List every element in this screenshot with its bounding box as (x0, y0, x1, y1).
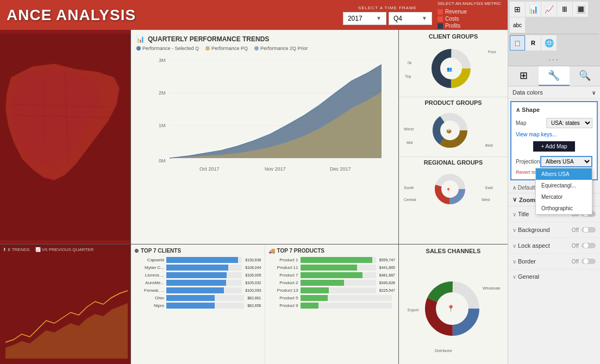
sales-channels-svg: Export Wholesale Distributor 📍 (402, 257, 503, 355)
panel-toolbar: ⊞ 📊 📈 Ⅲ 🔳 abc 📋 R 🌐 ... (508, 0, 600, 66)
client-bar-row: Mylan C... $108,044 (134, 265, 261, 271)
toolbar-btn-5[interactable]: 🔳 (573, 2, 588, 17)
client-bar-row: Llorens ... $106,005 (134, 272, 261, 278)
clients-bars: Capweld $130,636 Mylan C... $108,044 Llo… (134, 257, 261, 309)
legend-dot-2 (205, 46, 210, 51)
background-toggle-row: ∨ Background Off (508, 222, 600, 238)
map-svg (0, 30, 130, 244)
background-toggle-icon[interactable] (582, 226, 596, 234)
svg-text:Dec 2017: Dec 2017 (330, 166, 351, 172)
svg-text:Wholesale: Wholesale (483, 286, 501, 290)
header-bar: ANCE ANALYSIS SELECT A TIME FRAME 2017 ▼… (0, 0, 508, 30)
toggle-rows: ∨ Title Off ∨ Background O (508, 206, 600, 284)
trends-label: ⬆ E TRENDS (3, 247, 30, 252)
revenue-checkbox[interactable] (438, 9, 443, 15)
svg-text:0k: 0k (408, 61, 412, 65)
products-bars: Product 1 $559,747 Product 11 $441,865 P… (268, 257, 396, 309)
svg-point-53 (583, 227, 589, 233)
product-bar-row: Product 13 $225,547 (268, 287, 396, 293)
view-map-keys-link[interactable]: View map keys... (516, 131, 592, 137)
map-row: Map USA: states (516, 118, 592, 128)
vs-quarter-label: 📈 VS PREVIOUS QUARTER (35, 247, 94, 252)
more-dots: ... (510, 51, 598, 64)
border-expand-arrow: ∨ (512, 259, 516, 265)
product-groups-title: PRODUCT GROUPS (401, 99, 505, 106)
top-clients-title: ⊕ TOP 7 CLIENTS (134, 248, 261, 254)
toolbar-btn-globe[interactable]: 🌐 (541, 35, 557, 51)
svg-text:Best: Best (485, 143, 493, 147)
add-map-button[interactable]: + Add Map (533, 141, 574, 152)
metric-profits[interactable]: Profits (438, 23, 501, 29)
data-colors-header[interactable]: Data colors ∨ (512, 89, 596, 96)
legend-2q-prior: Performance 2Q Prior (254, 46, 308, 51)
dropdown-item-mercator[interactable]: Mercator (536, 191, 592, 203)
product-bar-row: Product 7 $481,887 (268, 272, 396, 278)
dropdown-item-albers[interactable]: Albers USA (536, 168, 592, 180)
products-icon: 🚚 (268, 248, 275, 254)
metric-costs[interactable]: Costs (438, 16, 501, 22)
year-dropdown[interactable]: 2017 ▼ (343, 12, 386, 25)
map-label: Map (516, 120, 526, 126)
lock-aspect-toggle-row: ∨ Lock aspect Off (508, 238, 600, 254)
product-bar-row: Product 1 $559,747 (268, 257, 396, 263)
svg-text:West: West (482, 198, 490, 202)
lock-aspect-toggle-left: ∨ Lock aspect (512, 242, 550, 249)
product-bar-row: Product 2 $340,828 (268, 280, 396, 286)
sparkline-svg (0, 244, 130, 364)
chart-legend: Performance - Selected Q Performance PQ … (136, 46, 393, 51)
legend-selected-q: Performance - Selected Q (136, 46, 199, 51)
svg-text:Central: Central (404, 198, 416, 202)
background-toggle-left: ∨ Background (512, 227, 550, 233)
toolbar-btn-r[interactable]: R (526, 35, 541, 51)
title-expand-arrow: ∨ (512, 211, 516, 217)
tab-format[interactable]: 🔧 (539, 66, 569, 86)
background-toggle-right: Off (572, 226, 596, 234)
projection-row: Projection Albers USA Equirectangl... Me… (516, 156, 592, 167)
bottom-labels: ⬆ E TRENDS 📈 VS PREVIOUS QUARTER (3, 247, 93, 252)
shape-header: ∧ Shape (516, 106, 592, 114)
legend-dot-1 (136, 46, 141, 51)
svg-text:Nov 2017: Nov 2017 (265, 166, 286, 172)
toolbar-btn-6[interactable]: abc (510, 17, 525, 33)
bottom-left-area: ⬆ E TRENDS 📈 VS PREVIOUS QUARTER (0, 244, 130, 364)
toolbar-btn-2[interactable]: 📊 (526, 2, 541, 17)
svg-text:Export: Export (408, 308, 418, 312)
border-toggle-left: ∨ Border (512, 258, 536, 265)
product-groups-svg: Worst Best Mid 📦 (401, 109, 499, 152)
zoom-label: Zoom (519, 197, 535, 203)
toolbar-btn-4[interactable]: Ⅲ (557, 2, 572, 17)
dropdown-item-orthographic[interactable]: Orthographic (536, 203, 592, 214)
metric-section: SELECT AN ANALYSIS METRIC Revenue Costs … (438, 1, 501, 29)
product-bar-row: Product 5 (268, 295, 396, 301)
client-bar-row: Fenwal, ... $100,093 (134, 287, 261, 293)
sales-channels-title: SALES CHANNELS (402, 248, 504, 254)
background-toggle-label: Background (518, 227, 550, 233)
svg-text:2M: 2M (159, 90, 166, 96)
chart-title: 📊 QUARTERLY PERFORMANCE TRENDS (136, 35, 393, 43)
toolbar-btn-visual[interactable]: 📋 (510, 35, 525, 51)
dropdown-item-equirect[interactable]: Equirectangl... (536, 180, 592, 191)
product-bar-row: Product 9 (268, 303, 396, 309)
svg-text:0M: 0M (159, 158, 166, 164)
metric-revenue[interactable]: Revenue (438, 9, 501, 15)
tab-analytics[interactable]: 🔍 (570, 66, 600, 86)
client-bar-row: AuroMe... $105,032 (134, 280, 261, 286)
regional-groups-svg: South East Central West 📍 (401, 168, 499, 209)
tab-visualizations[interactable]: ⊞ (508, 66, 539, 86)
toolbar-btn-3[interactable]: 📈 (541, 2, 557, 17)
profits-checkbox[interactable] (438, 23, 443, 29)
map-select[interactable]: USA: states (546, 118, 592, 128)
costs-checkbox[interactable] (438, 16, 443, 22)
border-toggle-icon[interactable] (582, 258, 596, 265)
border-toggle-value: Off (572, 259, 579, 265)
projection-select[interactable]: Albers USA Equirectangl... Mercator Orth… (540, 156, 592, 167)
regional-groups-title: REGIONAL GROUPS (401, 159, 505, 166)
border-toggle-row: ∨ Border Off (508, 254, 600, 269)
right-panel: ⊞ 📊 📈 Ⅲ 🔳 abc 📋 R 🌐 ... ⊞ 🔧 🔍 Data color… (508, 0, 600, 364)
toolbar-btn-1[interactable]: ⊞ (510, 2, 525, 17)
lock-aspect-toggle-right: Off (572, 242, 596, 249)
quarter-dropdown[interactable]: Q4 ▼ (389, 12, 432, 25)
general-row: ∨ General (508, 269, 600, 284)
shape-title: ∧ Shape (516, 106, 540, 114)
lock-aspect-toggle-icon[interactable] (582, 242, 596, 249)
